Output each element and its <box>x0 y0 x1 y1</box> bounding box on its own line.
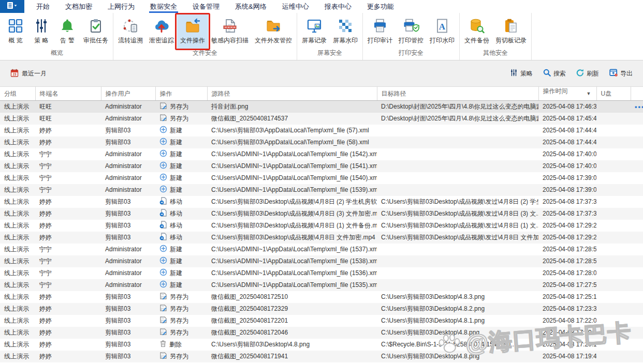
tab-device-mgmt[interactable]: 设备管理 <box>185 0 227 13</box>
ribbon-btn-print-watermark[interactable]: A打印水印 <box>427 14 458 47</box>
table-row[interactable]: 线上演示宁宁Administrator新建C:\Users\ADMINI~1\A… <box>0 244 643 255</box>
row-actions-cell <box>631 220 643 232</box>
usb-cell <box>596 148 631 160</box>
column-header-2[interactable]: 操作用户 <box>101 87 155 101</box>
column-header-7[interactable]: U盘 <box>596 87 631 101</box>
column-header-3[interactable]: 操作 <box>155 87 207 101</box>
operation-label: 另存为 <box>170 352 188 361</box>
ribbon-btn-policy[interactable]: 策 略 <box>28 14 54 47</box>
user-cell: Administrator <box>101 267 155 279</box>
column-header-label: 操作 <box>160 90 172 97</box>
tab-report-center[interactable]: 报表中心 <box>317 0 359 13</box>
action-export-button[interactable]: 导出 <box>609 69 633 78</box>
group-cell: 线上演示 <box>0 101 35 113</box>
column-header-label: 终端名 <box>40 90 59 97</box>
screen-watermark-icon <box>338 18 353 34</box>
user-cell: Administrator <box>101 172 155 184</box>
table-row[interactable]: 线上演示婷婷剪辑部03另存为微信截图_20250408172201C:\User… <box>0 315 643 327</box>
ribbon-btn-overview[interactable]: 概 览 <box>3 14 28 47</box>
ribbon-btn-label: 打印管控 <box>399 36 423 45</box>
date-range-filter[interactable]: 23 最近一月 <box>10 69 47 79</box>
ribbon-btn-screen-watermark[interactable]: 屏幕水印 <box>330 14 361 47</box>
table-row[interactable]: 线上演示婷婷剪辑部03移动C:\Users\剪辑部03\Desktop\成品视频… <box>0 232 643 244</box>
table-row[interactable]: 线上演示婷婷剪辑部03另存为微信截图_20250408172510C:\User… <box>0 291 643 303</box>
table-row[interactable]: 线上演示婷婷剪辑部03移动C:\Users\剪辑部03\Desktop\成品视频… <box>0 208 643 220</box>
tab-doc-encrypt[interactable]: 文档加密 <box>57 0 100 13</box>
column-header-6[interactable]: 操作时间▼ <box>538 87 596 101</box>
time-cell: 2025-04-08 17:28:59 <box>538 255 596 267</box>
table-row[interactable]: 线上演示宁宁Administrator新建C:\Users\ADMINI~1\A… <box>0 267 643 279</box>
usb-cell <box>596 160 631 172</box>
table-row[interactable]: 线上演示婷婷剪辑部03另存为微信截图_20250408172329C:\User… <box>0 303 643 315</box>
table-row[interactable]: 线上演示宁宁Administrator新建C:\Users\ADMINI~1\A… <box>0 160 643 172</box>
user-cell: Administrator <box>101 279 155 291</box>
source-path-cell: 微信截图_20250408172510 <box>207 291 377 303</box>
operation-cell: 新建 <box>155 136 207 148</box>
ribbon-btn-sensitive-scan[interactable]: 敏感内容扫描 <box>208 14 252 47</box>
ribbon-btn-clipboard-record[interactable]: 剪切板记录 <box>492 14 530 47</box>
terminal-cell: 宁宁 <box>35 184 101 196</box>
tab-system-network[interactable]: 系统&网络 <box>227 0 274 13</box>
column-header-actions[interactable] <box>631 87 643 101</box>
action-policy-button[interactable]: 策略 <box>510 69 533 78</box>
target-path-cell <box>377 279 538 291</box>
user-cell: 剪辑部03 <box>101 327 155 339</box>
row-more-actions-button[interactable]: ••• <box>635 103 643 111</box>
group-cell: 线上演示 <box>0 113 35 125</box>
operation-cell: 新建 <box>155 148 207 160</box>
column-header-0[interactable]: 分组 <box>0 87 35 101</box>
operation-cell: 移动 <box>155 196 207 208</box>
column-header-1[interactable]: 终端名 <box>35 87 101 101</box>
tab-start[interactable]: 开始 <box>28 0 57 13</box>
table-row[interactable]: 线上演示婷婷剪辑部03另存为微信截图_20250408171941C:\User… <box>0 351 643 362</box>
tab-data-security[interactable]: 数据安全 <box>142 0 185 13</box>
row-actions-cell <box>631 208 643 220</box>
filter-caret-icon[interactable]: ▼ <box>587 87 591 100</box>
ribbon-btn-print-control[interactable]: 打印管控 <box>396 14 427 47</box>
ribbon-btn-screen-record[interactable]: 屏幕记录 <box>299 14 330 47</box>
operation-cell: 新建 <box>155 184 207 196</box>
group-cell: 线上演示 <box>0 136 35 148</box>
table-row[interactable]: 线上演示宁宁Administrator新建C:\Users\ADMINI~1\A… <box>0 255 643 267</box>
operation-label: 移动 <box>170 233 182 242</box>
ribbon-group: 打印审计打印管控A打印水印打印安全 <box>363 13 460 60</box>
tab-more-features[interactable]: 更多功能 <box>359 0 402 13</box>
operation-cell: 新建 <box>155 267 207 279</box>
row-actions-cell <box>631 172 643 184</box>
table-row[interactable]: 线上演示宁宁Administrator新建C:\Users\ADMINI~1\A… <box>0 172 643 184</box>
table-row[interactable]: 线上演示宁宁Administrator新建C:\Users\ADMINI~1\A… <box>0 148 643 160</box>
ribbon-group-label: 其他安全 <box>461 48 530 60</box>
sliders-icon <box>510 69 518 78</box>
operation-label: 另存为 <box>170 316 188 325</box>
table-row[interactable]: 线上演示婷婷剪辑部03移动C:\Users\剪辑部03\Desktop\成品视频… <box>0 220 643 232</box>
table-row[interactable]: 线上演示婷婷剪辑部03另存为微信截图_20250408172046C:\User… <box>0 327 643 339</box>
table-row[interactable]: 线上演示婷婷剪辑部03新建C:\Users\剪辑部03\AppData\Loca… <box>0 125 643 136</box>
ribbon-btn-flow-trace[interactable]: 流转追溯 <box>115 14 146 47</box>
table-row[interactable]: 线上演示婷婷剪辑部03删除C:\Users\剪辑部03\Desktop\4.8.… <box>0 339 643 351</box>
ribbon-btn-approval-task[interactable]: 审批任务 <box>80 14 111 47</box>
table-row[interactable]: 线上演示婷婷剪辑部03移动C:\Users\剪辑部03\Desktop\成品视频… <box>0 196 643 208</box>
new-operation-icon <box>159 256 167 266</box>
tab-ops-center[interactable]: 运维中心 <box>274 0 317 13</box>
table-row[interactable]: 线上演示宁宁Administrator新建C:\Users\ADMINI~1\A… <box>0 279 643 291</box>
tab-web-behavior[interactable]: 上网行为 <box>100 0 142 13</box>
ribbon-btn-file-outgoing[interactable]: 文件外发管控 <box>252 14 295 47</box>
application-menu-button[interactable] <box>0 0 24 13</box>
ribbon-btn-file-operation[interactable]: 文件操作 <box>177 14 208 47</box>
table-row[interactable]: 线上演示宁宁Administrator新建C:\Users\ADMINI~1\A… <box>0 184 643 196</box>
ribbon-btn-file-backup[interactable]: 文件备份 <box>461 14 492 47</box>
table-row[interactable]: 线上演示旺旺Administrator另存为微信截图_2025040817453… <box>0 113 643 125</box>
ribbon-btn-leak-trace[interactable]: 泄密追踪 <box>146 14 177 47</box>
usb-cell <box>596 339 631 351</box>
table-row[interactable]: 线上演示旺旺Administrator另存为抖音封面.pngD:\Desktop… <box>0 101 643 113</box>
calendar-icon: 23 <box>10 69 19 79</box>
ribbon-btn-alert[interactable]: 告 警 <box>54 14 80 47</box>
ribbon-btn-print-audit[interactable]: 打印审计 <box>364 14 396 47</box>
usb-cell <box>596 136 631 148</box>
time-cell: 2025-04-08 17:20:49 <box>538 327 596 339</box>
table-row[interactable]: 线上演示婷婷剪辑部03新建C:\Users\剪辑部03\AppData\Loca… <box>0 136 643 148</box>
column-header-4[interactable]: 源路径 <box>207 87 377 101</box>
column-header-5[interactable]: 目标路径 <box>377 87 538 101</box>
action-search-button[interactable]: 搜索 <box>543 69 566 78</box>
action-refresh-button[interactable]: 刷新 <box>576 69 599 78</box>
